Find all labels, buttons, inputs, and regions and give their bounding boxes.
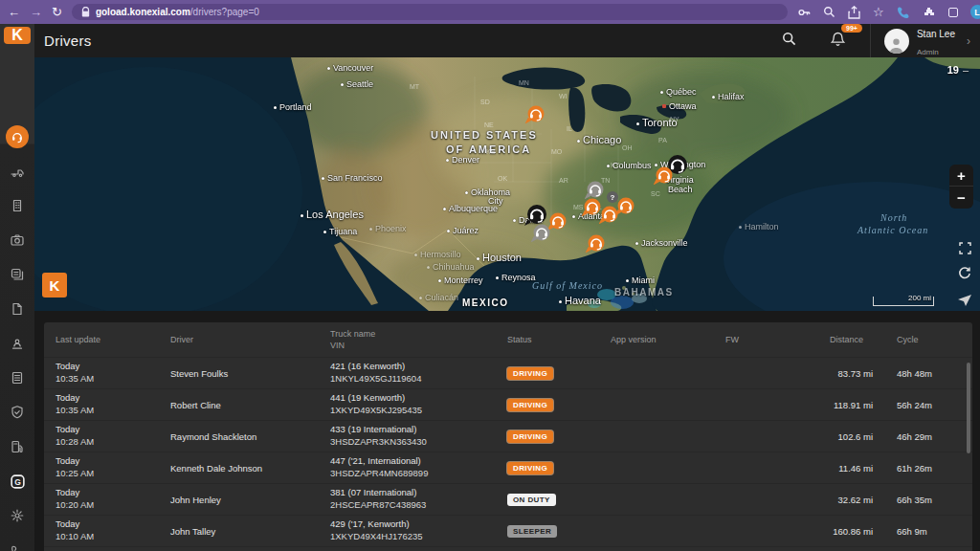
col-fw[interactable]: FW	[725, 335, 830, 344]
tab-group-icon[interactable]	[948, 8, 958, 17]
driver-marker-orange[interactable]	[589, 235, 605, 252]
extensions-puzzle-icon[interactable]	[923, 6, 936, 19]
headset-icon	[602, 207, 618, 223]
table-row[interactable]: Today10:28 AM Raymond Shackleton 433 (19…	[44, 420, 972, 452]
zoom-in-button[interactable]: +	[949, 165, 973, 187]
map-label-wi: WI	[559, 93, 568, 99]
sidebar-item-documents[interactable]	[6, 298, 29, 320]
phone-extension-icon[interactable]	[897, 6, 910, 19]
col-cycle[interactable]: Cycle	[897, 335, 972, 344]
user-name: Stan Lee	[917, 29, 955, 39]
driver-marker-black[interactable]	[527, 205, 546, 224]
drivers-icon	[11, 129, 24, 144]
driver-marker-gray[interactable]	[588, 182, 604, 198]
share-icon[interactable]	[848, 6, 860, 19]
map-label-chihuahua: Chihuahua	[427, 262, 475, 272]
konexial-logo[interactable]: K	[4, 27, 31, 44]
cell-status: ON DUTY	[507, 494, 611, 506]
cell-status: DRIVING	[507, 462, 611, 474]
sidebar-item-messages[interactable]	[6, 263, 29, 286]
driver-marker-orange[interactable]	[528, 106, 545, 122]
headset-icon	[550, 213, 567, 230]
sidebar-item-settings[interactable]	[6, 504, 29, 527]
drivers-map[interactable]: VancouverSeattlePortlandSan FranciscoDen…	[34, 57, 980, 311]
col-truck-vin[interactable]: Truck name VIN	[330, 328, 507, 351]
col-last-update[interactable]: Last update	[56, 335, 170, 344]
map-label-hermosillo: Hermosillo	[414, 250, 461, 259]
table-row[interactable]: Today10:10 AM John Talley 429 ('17, Kenw…	[44, 515, 972, 546]
fullscreen-icon[interactable]	[959, 241, 971, 258]
forward-icon[interactable]: →	[30, 6, 42, 18]
map-label-reynosa: Reynosa	[496, 273, 536, 282]
browser-profile-avatar[interactable]: L	[970, 5, 980, 19]
sidebar-item-company[interactable]	[6, 194, 29, 217]
table-row[interactable]: Today10:35 AM Robert Cline 441 (19 Kenwo…	[44, 388, 972, 420]
table-scrollbar[interactable]	[967, 363, 970, 453]
lock-icon	[81, 7, 90, 17]
map-label-hamilton: Hamilton	[739, 222, 779, 231]
cell-truck-vin: 429 ('17, Kenworth)1XKYD49X4HJ176235	[330, 518, 507, 543]
scale-label: 200 mi	[908, 294, 931, 302]
sidebar-item-tow-truck[interactable]	[6, 160, 29, 183]
marker-count-toggle[interactable]: 19–	[947, 64, 969, 76]
notifications-bell-icon[interactable]: 99+	[817, 32, 870, 51]
bookmark-star-icon[interactable]: ☆	[873, 5, 884, 19]
cell-distance: 83.73 mi	[830, 368, 897, 379]
driver-marker-orange[interactable]	[602, 207, 618, 223]
status-badge: DRIVING	[507, 462, 553, 474]
driver-marker-orange[interactable]	[618, 198, 635, 214]
messages-icon	[10, 267, 25, 282]
sidebar-item-safety[interactable]	[6, 401, 29, 424]
sidebar-item-drivers[interactable]	[6, 125, 29, 148]
map-label-sd: SD	[480, 99, 490, 105]
table-row[interactable]: Today10:25 AM Kenneth Dale Johnson 447 (…	[44, 452, 972, 483]
cell-truck-vin: 421 (16 Kenworth)1NKYL49X5GJ119604	[330, 361, 507, 386]
sidebar-item-logs[interactable]	[6, 366, 29, 389]
address-bar[interactable]: goload.konexial.com/drivers?page=0	[72, 4, 788, 20]
cluster-question-marker[interactable]: ?	[607, 191, 618, 203]
search-address-icon[interactable]	[823, 6, 835, 18]
driver-marker-orange[interactable]	[657, 167, 673, 184]
sidebar-item-support[interactable]	[6, 539, 29, 551]
map-label-los-angeles: Los Angeles	[301, 209, 364, 220]
cell-truck-vin: 433 (19 International)3HSDZAPR3KN363430	[330, 424, 507, 449]
layers-send-icon[interactable]	[958, 293, 971, 310]
driver-marker-orange[interactable]	[585, 199, 601, 215]
search-icon[interactable]	[761, 32, 817, 50]
cell-cycle: 66h 9m	[897, 526, 972, 537]
status-badge: DRIVING	[507, 430, 553, 443]
col-distance[interactable]: Distance	[830, 335, 897, 344]
zoom-out-button[interactable]: −	[949, 187, 973, 209]
drivers-table-section: Last update Driver Truck name VIN Status…	[34, 311, 980, 551]
sidebar-item-tracking[interactable]	[6, 332, 29, 355]
table-row[interactable]: Today10:20 AM John Henley 381 (07 Intern…	[44, 483, 972, 515]
key-icon[interactable]	[797, 6, 811, 19]
back-icon[interactable]: ←	[8, 6, 20, 18]
cell-distance: 32.62 mi	[830, 495, 897, 505]
cell-truck-vin: 441 (19 Kenworth)1XKYD49X5KJ295435	[330, 392, 507, 417]
tracking-icon	[10, 336, 25, 351]
col-status[interactable]: Status	[507, 335, 611, 344]
col-driver[interactable]: Driver	[170, 335, 330, 344]
map-label-il: IL	[567, 125, 572, 132]
headset-icon	[589, 235, 605, 252]
user-menu[interactable]: Stan Lee Admin ›	[870, 24, 980, 57]
sidebar-item-camera[interactable]	[6, 229, 29, 252]
cell-truck-vin: 381 (07 International)2HSCEAPR87C438963	[330, 487, 507, 512]
refresh-icon[interactable]	[958, 266, 971, 283]
sidebar-item-fuel[interactable]	[6, 435, 29, 458]
driver-marker-orange[interactable]	[550, 213, 567, 230]
reload-icon[interactable]: ↻	[52, 6, 62, 18]
cell-distance: 11.46 mi	[830, 463, 897, 474]
table-row[interactable]: Today10:35 AM Steven Foulks 421 (16 Kenw…	[44, 357, 972, 388]
status-badge: DRIVING	[507, 367, 553, 380]
cell-distance: 118.91 mi	[830, 400, 897, 410]
map-label-albuquerque: Albuquerque	[443, 204, 498, 213]
col-app-version[interactable]: App version	[611, 335, 725, 344]
table-row[interactable]: Today	[44, 546, 972, 551]
marker-count: 19	[947, 64, 959, 76]
map-label-miami: Miami	[626, 276, 655, 285]
driver-marker-gray[interactable]	[534, 225, 550, 241]
sidebar-item-go-load[interactable]: G	[6, 470, 29, 493]
headset-icon	[534, 225, 550, 241]
